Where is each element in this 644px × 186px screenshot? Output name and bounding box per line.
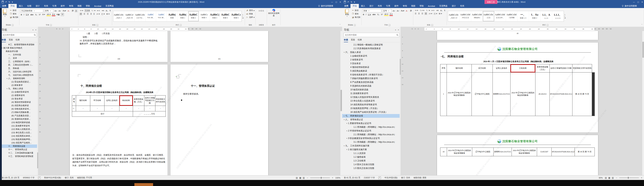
zoom-level[interactable]: 90% — [599, 177, 603, 179]
font-name-combo[interactable]: 方正黑体简体▾ — [20, 9, 43, 13]
nav-item[interactable]: ▾ 八、 资格审查资料 — [0, 77, 38, 80]
shading-button[interactable]: A▦ — [56, 13, 60, 16]
font-size-combo[interactable]: 四号▾ — [44, 9, 54, 13]
nav-item[interactable]: ▾ 八、 管理体系认证 — [342, 118, 401, 121]
nav-item[interactable]: (11) 其他要求承诺书 — [0, 124, 38, 128]
redo-icon[interactable]: ↻ — [8, 1, 10, 3]
track-changes-indicator[interactable]: 修订: 关闭 — [64, 176, 74, 179]
style-item[interactable]: AaBbC TOC 标... — [156, 11, 167, 21]
nav-item[interactable]: 六、 法定代表人身份证明 — [0, 70, 38, 73]
style-item[interactable]: AaBbCcDd ↓本文正文 — [460, 11, 471, 21]
zoom-in-button[interactable]: + — [641, 176, 642, 179]
nav-item[interactable]: ▾ 九、 投标人承诺 — [0, 87, 38, 90]
underline-button[interactable]: U ▾ — [26, 13, 29, 16]
style-item[interactable]: AaBbCcDd ↓修改的1 — [471, 11, 483, 21]
nav-item[interactable]: 15 制造商资质声明（不涉及） — [342, 107, 401, 110]
shrink-font-button[interactable]: A˅ — [58, 10, 62, 12]
nav-item[interactable]: 二、 目录 — [0, 57, 38, 60]
copy-button[interactable]: ❐复制 — [352, 12, 360, 15]
ribbon-tab[interactable]: 设计 — [450, 4, 458, 8]
nav-tab[interactable]: 结果 — [16, 39, 20, 42]
nav-tab[interactable]: 页面 — [9, 39, 13, 42]
paste-button[interactable]: 粘贴▾ — [343, 9, 351, 24]
nav-scrollbar[interactable] — [400, 27, 401, 175]
nav-item[interactable]: 8 产品质量及供货承诺函 — [342, 80, 401, 84]
dialog-launcher-icon[interactable]: ⌟ — [547, 24, 548, 26]
performance-table-cont[interactable]: 10 2024 年辽宁电力中心医院的物业管理服务 辽宁电力中心医院 张维明 02… — [440, 147, 595, 156]
dialog-launcher-icon[interactable]: ⌟ — [12, 24, 14, 26]
nav-dropdown-icon[interactable]: ▾ — [395, 29, 396, 31]
style-item[interactable]: AaBbC 标题 2 — [188, 11, 199, 21]
italic-button[interactable]: I — [366, 13, 367, 16]
style-item[interactable]: AaBbCcI _Style 36 — [124, 11, 135, 21]
justify-button[interactable]: ☰ — [90, 13, 92, 15]
ribbon-tab[interactable]: 视图 — [409, 4, 418, 8]
tell-me-search[interactable]: 操作说明搜索 — [620, 4, 639, 8]
nav-item[interactable]: 1.4 室外卫生保洁范围 — [342, 163, 401, 166]
style-item[interactable]: 1.1、A 1.1 5 — [540, 11, 552, 21]
word-count[interactable]: 218337 个字 — [364, 176, 375, 179]
nav-item[interactable]: (8) 产品质量及供货... — [0, 114, 38, 117]
horizontal-ruler[interactable]: 642 246810121416182022242628303234 36384… — [38, 27, 342, 31]
nav-item[interactable]: ▾ 六、 投标人承诺 — [342, 50, 401, 54]
nav-tab[interactable]: 标题 — [2, 39, 6, 42]
addins-button[interactable]: 加载项 — [257, 9, 266, 24]
style-item[interactable]: AaBbC 标题 5 — [220, 11, 231, 21]
font-size-combo[interactable]: 五号▾ — [382, 9, 392, 13]
nav-tab[interactable]: 页面 — [351, 39, 355, 42]
nav-item[interactable]: 14 供应商黑名单管理承诺书 — [342, 103, 401, 107]
styles-scroll[interactable]: ▴▾▤ — [242, 14, 244, 19]
grow-font-button[interactable]: A˄ — [54, 10, 58, 12]
zoom-slider[interactable] — [310, 178, 330, 178]
select-button[interactable]: ▷选择 ▾ — [246, 16, 254, 19]
shrink-font-button[interactable]: A˅ — [396, 10, 400, 12]
superscript-button[interactable]: X² — [38, 14, 41, 16]
ribbon-tab[interactable]: 邮件 — [392, 4, 401, 8]
performance-table[interactable]: 序号 项目名称 甲方名称 证明人及电话 标的名称 发票含税金额（万元） — [72, 95, 166, 117]
minimize-button[interactable]: — — [331, 1, 333, 3]
doc-page-100[interactable]: □是 □否 □不涉及 说明： 10. 贵司是否可以承诺保证产品或服务采购后，后续… — [70, 31, 168, 62]
para-shading-button[interactable]: ◰ ▾ — [434, 13, 438, 15]
print-layout-icon[interactable]: ▦ — [608, 176, 610, 179]
performance-table[interactable]: 序号 项目名称 买方名称 证明人及电话 工程名称 发票含税金额（万元） — [440, 64, 595, 116]
dialog-launcher-icon[interactable]: ⌟ — [431, 24, 433, 26]
ribbon-tab[interactable]: Acrobat — [426, 4, 437, 8]
qat-more-icon[interactable]: ▾ — [12, 1, 13, 3]
nav-item[interactable]: 1.5 室内卫生保洁范围 — [342, 166, 401, 170]
document-canvas[interactable]: 沈阳磐石物业管理有限公司 ex-fucl3 2026-02-24 12:52:4… — [41, 31, 340, 175]
dialog-launcher-icon[interactable]: ⌟ — [388, 24, 390, 26]
decrease-indent-button[interactable]: ⇤≡ — [431, 9, 435, 12]
doc-page-certification[interactable]: 十一、管理体系认证 按评分要求提供。 — [170, 64, 268, 175]
ribbon-tab[interactable]: 设计 — [367, 4, 376, 8]
borders-button[interactable]: ⊞ ▾ — [106, 13, 110, 15]
nav-item[interactable]: ▾ 2 环境管理体系认证证书 — [342, 129, 401, 133]
style-item[interactable]: AaBbCcDc List Par... — [135, 11, 146, 21]
baidu-netdisk-save-button[interactable]: 保存到百度网盘 — [268, 9, 280, 24]
styles-scroll[interactable]: ▴▾▤ — [564, 14, 566, 19]
nav-item[interactable]: 2.1 增值税一般纳税人资格证明 — [342, 43, 401, 47]
bullets-button[interactable]: ⁝≡ ▾ — [80, 10, 84, 12]
doc-page-main[interactable]: 沈阳磐石物业管理有限公司 ·七、 同类项目业绩 2024 年 1 月 1 日至本… — [437, 42, 598, 132]
nav-item[interactable]: 1.2 服务标准 — [342, 155, 401, 159]
ribbon-tab[interactable]: 布局 — [458, 4, 466, 8]
nav-item[interactable]: 3 安全承诺 — [342, 62, 401, 65]
dialog-launcher-icon[interactable]: ⌟ — [50, 24, 52, 26]
titlebar[interactable]: ↶ ↻ ▾ 2026-2028年中国联通盘锦市分公司物业服务集中采购项目 [兼容… — [0, 0, 342, 4]
nav-item[interactable]: (12) 投标人控股及管... — [0, 128, 38, 131]
ribbon-tab[interactable]: 绘图 — [25, 4, 34, 8]
minimize-button[interactable]: — — [633, 1, 635, 3]
nav-item[interactable]: ※三、各项管理服务承诺指标 — [0, 43, 38, 46]
change-case-button[interactable]: Aa▾ — [400, 10, 404, 12]
nav-tab[interactable]: 结果 — [358, 39, 362, 42]
nav-item[interactable]: 2 保密承诺书 — [342, 58, 401, 62]
taskbar-active-app[interactable] — [134, 183, 153, 186]
nav-item[interactable]: (9) 资源码化对接承... — [0, 117, 38, 121]
nav-item[interactable]: 1.1 查询截图（查询网址：http://cx.cnca.cn） — [342, 125, 401, 129]
vertical-ruler[interactable]: 24681012141618202224262830 — [38, 31, 41, 175]
highlight-button[interactable]: ab ▾ — [384, 13, 388, 16]
print-layout-icon[interactable]: ▦ — [299, 176, 301, 179]
nav-item[interactable]: 五、 投标函 — [0, 67, 38, 70]
web-layout-icon[interactable]: ▥ — [302, 176, 304, 179]
phonetic-guide-button[interactable]: 拼 — [410, 10, 412, 12]
char-border-button[interactable]: A — [75, 10, 77, 12]
